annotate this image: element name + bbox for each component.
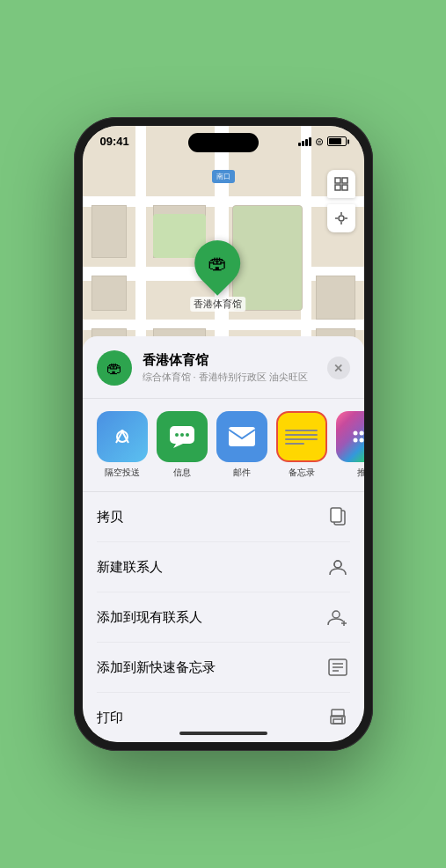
map-view-button[interactable] bbox=[327, 170, 355, 198]
svg-point-14 bbox=[186, 433, 189, 437]
stadium-pin: 🏟 香港体育馆 bbox=[190, 240, 245, 312]
svg-rect-15 bbox=[229, 427, 255, 446]
notes-label: 备忘录 bbox=[289, 467, 315, 479]
mail-icon bbox=[216, 411, 267, 462]
map-controls bbox=[327, 170, 355, 232]
phone-screen: 09:41 ⊜ bbox=[83, 126, 364, 742]
status-time: 09:41 bbox=[100, 135, 129, 148]
copy-icon bbox=[325, 504, 350, 529]
mail-label: 邮件 bbox=[233, 467, 251, 479]
action-add-contact[interactable]: 添加到现有联系人 bbox=[97, 592, 350, 643]
new-contact-icon bbox=[325, 555, 350, 579]
svg-point-25 bbox=[334, 561, 341, 568]
action-copy[interactable]: 拷贝 bbox=[97, 492, 350, 542]
svg-point-26 bbox=[333, 611, 340, 618]
svg-point-13 bbox=[180, 433, 184, 437]
svg-point-10 bbox=[121, 430, 124, 433]
print-icon bbox=[325, 705, 350, 730]
action-copy-label: 拷贝 bbox=[97, 509, 123, 526]
stadium-pin-icon: 🏟 bbox=[208, 252, 227, 275]
map-location-button[interactable] bbox=[327, 204, 355, 232]
share-row: 隔空投送 信息 bbox=[83, 399, 364, 492]
share-item-mail[interactable]: 邮件 bbox=[216, 411, 267, 479]
svg-rect-2 bbox=[335, 185, 340, 190]
more-label: 推 bbox=[357, 467, 364, 479]
svg-rect-1 bbox=[342, 178, 347, 183]
status-icons: ⊜ bbox=[298, 136, 347, 148]
svg-rect-3 bbox=[342, 185, 347, 190]
svg-point-4 bbox=[339, 216, 344, 221]
action-add-contact-label: 添加到现有联系人 bbox=[97, 609, 202, 626]
action-add-note[interactable]: 添加到新快速备忘录 bbox=[97, 643, 350, 693]
svg-point-12 bbox=[175, 433, 179, 437]
signal-icon bbox=[298, 137, 311, 146]
dynamic-island bbox=[188, 133, 259, 152]
svg-point-36 bbox=[341, 717, 343, 719]
action-print-label: 打印 bbox=[97, 710, 123, 726]
share-item-more[interactable]: 推 bbox=[336, 411, 364, 479]
airdrop-icon bbox=[97, 411, 148, 462]
action-list: 拷贝 新建联系人 bbox=[83, 492, 364, 742]
action-new-contact[interactable]: 新建联系人 bbox=[97, 542, 350, 592]
airdrop-label: 隔空投送 bbox=[105, 467, 140, 479]
add-note-icon bbox=[325, 655, 350, 680]
svg-rect-23 bbox=[331, 508, 341, 522]
map-north-exit-label: 南口 bbox=[212, 170, 235, 183]
close-button[interactable]: ✕ bbox=[327, 357, 350, 379]
location-subtitle: 综合体育馆 · 香港特别行政区 油尖旺区 bbox=[143, 371, 327, 384]
share-item-notes[interactable]: 备忘录 bbox=[276, 411, 327, 479]
wifi-icon: ⊜ bbox=[315, 136, 324, 148]
phone-frame: 09:41 ⊜ bbox=[74, 117, 373, 751]
message-icon bbox=[157, 411, 208, 462]
share-item-message[interactable]: 信息 bbox=[157, 411, 208, 479]
location-venue-icon: 🏟 bbox=[97, 350, 132, 386]
share-item-airdrop[interactable]: 隔空投送 bbox=[97, 411, 148, 479]
battery-icon bbox=[327, 136, 347, 146]
stadium-pin-label: 香港体育馆 bbox=[190, 297, 245, 312]
svg-point-17 bbox=[359, 431, 363, 436]
location-info: 香港体育馆 综合体育馆 · 香港特别行政区 油尖旺区 bbox=[143, 352, 327, 384]
more-icon bbox=[336, 411, 364, 462]
message-label: 信息 bbox=[173, 467, 191, 479]
bottom-sheet: 🏟 香港体育馆 综合体育馆 · 香港特别行政区 油尖旺区 ✕ bbox=[83, 336, 364, 742]
location-card: 🏟 香港体育馆 综合体育馆 · 香港特别行政区 油尖旺区 ✕ bbox=[83, 350, 364, 399]
action-new-contact-label: 新建联系人 bbox=[97, 559, 163, 576]
svg-point-20 bbox=[359, 438, 363, 443]
add-contact-icon bbox=[325, 605, 350, 629]
notes-icon bbox=[276, 411, 327, 462]
home-indicator bbox=[179, 732, 267, 735]
svg-point-19 bbox=[353, 438, 357, 443]
svg-rect-35 bbox=[333, 719, 342, 724]
action-add-note-label: 添加到新快速备忘录 bbox=[97, 659, 216, 676]
svg-rect-0 bbox=[335, 178, 340, 183]
svg-point-16 bbox=[353, 431, 357, 436]
location-name: 香港体育馆 bbox=[143, 352, 327, 369]
